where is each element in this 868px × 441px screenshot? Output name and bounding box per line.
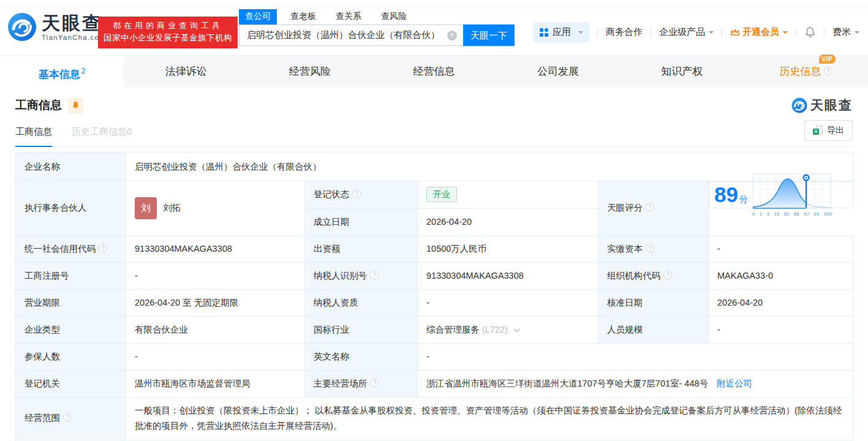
taxpayer-id-label: 纳税人识别号	[305, 262, 418, 289]
search-tab-boss[interactable]: 查老板	[284, 9, 322, 24]
tab-history-info[interactable]: 历史信息 VIP	[744, 56, 868, 87]
authority-label: 登记机关	[16, 370, 126, 397]
slogan-line2: 国家中小企业发展子基金旗下机构	[104, 32, 232, 45]
establish-date-value: 2026-04-20	[418, 208, 598, 235]
help-icon[interactable]	[370, 271, 379, 279]
subtab-business-info[interactable]: 工商信息	[15, 126, 52, 147]
chevron-down-icon[interactable]	[514, 326, 520, 332]
insured-count-value: -	[126, 343, 305, 370]
help-icon[interactable]	[370, 379, 379, 387]
business-scope-value: 一般项目：创业投资（限投资未上市企业）； 以私募基金从事股权投资、投资管理、资产…	[126, 397, 853, 440]
table-row: 统一社会信用代码 91330304MAKAGA3308 出资额 10500万人民…	[16, 235, 853, 262]
table-row: 登记机关 温州市瓯海区市场监督管理局 主要经营场所 浙江省温州市瓯海区三垟街道温…	[16, 370, 853, 397]
partner-name-link[interactable]: 刘拓	[163, 203, 181, 213]
tab-basic-info[interactable]: 基本信息2	[0, 56, 124, 87]
search-tab-risk[interactable]: 查风险	[375, 9, 413, 24]
business-info-table: 企业名称 启明芯创业投资（温州）合伙企业（有限合伙） 执行事务合伙人 刘刘拓 登…	[15, 152, 853, 440]
partner-cell: 刘刘拓	[126, 181, 305, 236]
authority-value: 温州市瓯海区市场监督管理局	[126, 370, 305, 397]
paid-capital-value: -	[709, 235, 853, 262]
tab-legal-litigation[interactable]: 法律诉讼	[124, 56, 247, 87]
address-label: 主要经营场所	[305, 370, 418, 397]
tianyancha-logo[interactable]: 天眼查 TianYanCha.com	[7, 12, 106, 42]
crown-icon	[730, 28, 740, 37]
establish-date-label: 成立日期	[305, 208, 418, 235]
staff-size-label: 人员规模	[598, 316, 709, 343]
menu-open-vip[interactable]: 开通会员	[730, 26, 788, 38]
export-button[interactable]: 导出	[804, 120, 853, 141]
username: 费米	[832, 26, 851, 38]
table-row: 参保人数 - 英文名称 -	[16, 343, 853, 370]
chevron-down-icon	[709, 31, 714, 36]
tab-count-badge: 2	[81, 67, 86, 75]
capital-value: 10500万人民币	[418, 235, 598, 262]
vip-label: 开通会员	[742, 26, 779, 38]
score-value: 89分	[714, 183, 748, 207]
staff-size-value: -	[709, 316, 853, 343]
industry-value: 综合管理服务 (L722)	[418, 316, 598, 343]
user-menu[interactable]: 费米	[832, 26, 859, 38]
english-name-value: -	[418, 343, 853, 370]
company-name-label: 企业名称	[16, 153, 126, 181]
table-row: 经营范围 一般项目：创业投资（限投资未上市企业）； 以私募基金从事股权投资、投资…	[16, 397, 853, 440]
notifications-button[interactable]	[804, 26, 816, 38]
tab-company-development[interactable]: 公司发展	[496, 56, 620, 87]
help-icon[interactable]	[352, 189, 361, 198]
watermark-brand-text: 天眼查	[810, 97, 853, 114]
search-tab-company[interactable]: 查公司	[239, 9, 277, 24]
help-icon[interactable]	[646, 244, 654, 252]
company-name-value: 启明芯创业投资（温州）合伙企业（有限合伙）	[126, 153, 853, 181]
subtab-history-business-info[interactable]: 历史工商信息0	[72, 126, 132, 146]
search-tab-relation[interactable]: 查关系	[330, 9, 368, 24]
search-input[interactable]	[239, 24, 463, 46]
tab-intellectual-property[interactable]: 知识产权	[620, 56, 744, 87]
apps-menu[interactable]: 应用	[533, 22, 589, 42]
tab-operation-risk[interactable]: 经营风险	[248, 56, 372, 87]
score-distribution-chart: 0131550859799100	[752, 173, 832, 217]
partner-avatar[interactable]: 刘	[135, 197, 157, 219]
subsection-tabs: 工商信息 历史工商信息0 导出	[15, 126, 853, 147]
menu-enterprise-products[interactable]: 企业级产品	[659, 26, 714, 38]
business-term-value: 2026-04-20 至 无固定期限	[126, 289, 305, 316]
bell-icon	[804, 26, 816, 38]
monitor-bell-button[interactable]	[68, 98, 83, 113]
taxpayer-id-value: 91330304MAKAGA3308	[418, 262, 598, 289]
table-row: 执行事务合伙人 刘刘拓 登记状态 开业 天眼评分 89分	[16, 181, 853, 209]
search-button[interactable]: 天眼一下	[463, 24, 515, 46]
nearby-companies-link[interactable]: 附近公司	[717, 379, 752, 388]
enterprise-label: 企业级产品	[659, 26, 705, 38]
search-type-tabs: 查公司 查老板 查关系 查风险	[239, 10, 515, 24]
help-icon[interactable]	[663, 271, 672, 279]
chevron-down-icon	[578, 31, 583, 36]
vip-badge: VIP	[819, 55, 836, 64]
table-row: 营业期限 2026-04-20 至 无固定期限 纳税人资质 - 核准日期 202…	[16, 289, 853, 316]
score-chart-ticks: 0131550859799100	[752, 212, 832, 217]
address-cell: 浙江省温州市瓯海区三垟街道温州大道1707号亨哈大厦7层701室- 448号 附…	[418, 370, 853, 397]
clear-search-icon[interactable]	[447, 31, 457, 40]
brand-name: 天眼查	[42, 13, 106, 33]
industry-label: 国标行业	[305, 316, 418, 343]
help-icon[interactable]	[646, 203, 654, 211]
help-icon[interactable]	[99, 244, 107, 252]
taxpayer-quality-value: -	[418, 289, 598, 316]
brand-domain: TianYanCha.com	[42, 34, 106, 41]
company-type-label: 企业类型	[16, 316, 126, 343]
reg-number-label: 工商注册号	[16, 262, 126, 289]
help-icon[interactable]	[63, 413, 72, 421]
tianyancha-logo-icon	[7, 12, 37, 42]
menu-cooperation[interactable]: 商务合作	[606, 26, 643, 38]
tab-operation-info[interactable]: 经营信息	[372, 56, 496, 87]
credit-code-label: 统一社会信用代码	[16, 235, 126, 262]
reg-status-label: 登记状态	[305, 181, 418, 209]
english-name-label: 英文名称	[305, 343, 418, 370]
apps-grid-icon	[539, 28, 549, 37]
watermark-logo: 天眼查	[791, 97, 853, 114]
tianyancha-logo-icon	[791, 97, 807, 113]
partner-label: 执行事务合伙人	[16, 181, 126, 236]
org-code-label: 组织机构代码	[598, 262, 709, 289]
excel-icon	[813, 126, 823, 135]
top-divider	[0, 6, 868, 7]
paid-capital-label: 实缴资本	[598, 235, 709, 262]
slogan-line1: 都在用的商业查询工具	[104, 20, 232, 32]
help-icon[interactable]	[824, 67, 832, 75]
